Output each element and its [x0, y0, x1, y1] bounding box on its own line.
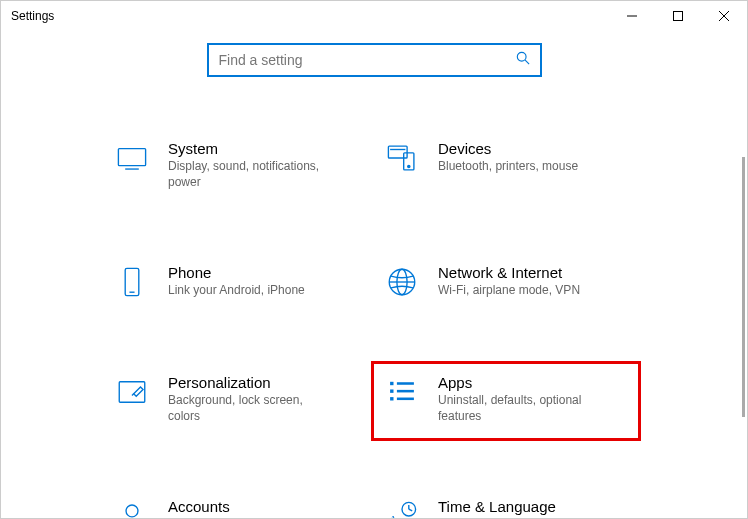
- svg-rect-6: [118, 149, 145, 166]
- time-language-icon: A字: [384, 498, 420, 518]
- svg-rect-23: [390, 397, 393, 400]
- maximize-button[interactable]: [655, 1, 701, 31]
- minimize-button[interactable]: [609, 1, 655, 31]
- category-time-language[interactable]: A字 Time & Language Speech, region, date: [371, 485, 641, 518]
- category-text: Apps Uninstall, defaults, optional featu…: [438, 374, 626, 424]
- category-text: Devices Bluetooth, printers, mouse: [438, 140, 626, 175]
- category-desc: Bluetooth, printers, mouse: [438, 159, 608, 175]
- titlebar: Settings: [1, 1, 747, 31]
- svg-line-18: [132, 394, 134, 396]
- search-container: [1, 43, 747, 77]
- category-desc: Display, sound, notifications, power: [168, 159, 338, 190]
- category-title: Phone: [168, 264, 356, 281]
- scrollbar[interactable]: [742, 157, 745, 417]
- svg-text:A: A: [388, 514, 398, 518]
- close-button[interactable]: [701, 1, 747, 31]
- category-title: System: [168, 140, 356, 157]
- category-title: Accounts: [168, 498, 356, 515]
- category-title: Time & Language: [438, 498, 626, 515]
- svg-line-5: [525, 60, 529, 64]
- svg-rect-19: [390, 382, 393, 385]
- svg-point-4: [517, 52, 526, 61]
- category-apps[interactable]: Apps Uninstall, defaults, optional featu…: [371, 361, 641, 441]
- category-network[interactable]: Network & Internet Wi-Fi, airplane mode,…: [371, 251, 641, 317]
- category-phone[interactable]: Phone Link your Android, iPhone: [101, 251, 371, 317]
- window-controls: [609, 1, 747, 31]
- category-text: System Display, sound, notifications, po…: [168, 140, 356, 190]
- category-text: Accounts Your accounts, email, sync, wor…: [168, 498, 356, 518]
- search-box[interactable]: [207, 43, 542, 77]
- category-personalization[interactable]: Personalization Background, lock screen,…: [101, 361, 371, 441]
- categories-grid: System Display, sound, notifications, po…: [1, 127, 681, 518]
- svg-rect-21: [390, 390, 393, 393]
- network-icon: [384, 264, 420, 300]
- category-desc: Your accounts, email, sync, work, other …: [168, 517, 338, 518]
- search-icon: [516, 51, 530, 69]
- svg-rect-1: [674, 12, 683, 21]
- category-system[interactable]: System Display, sound, notifications, po…: [101, 127, 371, 207]
- svg-line-28: [409, 510, 412, 512]
- apps-icon: [384, 374, 420, 410]
- category-desc: Link your Android, iPhone: [168, 283, 338, 299]
- category-text: Phone Link your Android, iPhone: [168, 264, 356, 299]
- window-title: Settings: [11, 9, 54, 23]
- category-text: Time & Language Speech, region, date: [438, 498, 626, 518]
- system-icon: [114, 140, 150, 176]
- svg-point-25: [126, 505, 138, 517]
- category-title: Apps: [438, 374, 626, 391]
- devices-icon: [384, 140, 420, 176]
- phone-icon: [114, 264, 150, 300]
- svg-point-26: [402, 503, 416, 517]
- category-accounts[interactable]: Accounts Your accounts, email, sync, wor…: [101, 485, 371, 518]
- content-area: System Display, sound, notifications, po…: [1, 31, 747, 518]
- category-desc: Wi-Fi, airplane mode, VPN: [438, 283, 608, 299]
- category-title: Devices: [438, 140, 626, 157]
- category-title: Network & Internet: [438, 264, 626, 281]
- svg-point-10: [408, 165, 410, 167]
- category-title: Personalization: [168, 374, 356, 391]
- category-devices[interactable]: Devices Bluetooth, printers, mouse: [371, 127, 641, 207]
- category-desc: Speech, region, date: [438, 517, 608, 518]
- category-text: Network & Internet Wi-Fi, airplane mode,…: [438, 264, 626, 299]
- category-desc: Uninstall, defaults, optional features: [438, 393, 608, 424]
- personalization-icon: [114, 374, 150, 410]
- search-input[interactable]: [219, 52, 516, 68]
- accounts-icon: [114, 498, 150, 518]
- category-text: Personalization Background, lock screen,…: [168, 374, 356, 424]
- category-desc: Background, lock screen, colors: [168, 393, 338, 424]
